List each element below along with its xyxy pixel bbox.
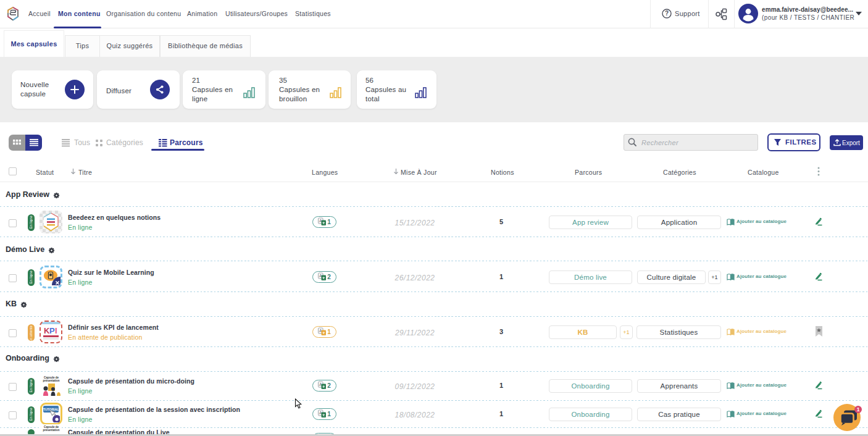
svg-text:I: I	[55, 326, 57, 335]
svg-text:TUTORIAL: TUTORIAL	[43, 408, 59, 411]
svg-text:?: ?	[665, 10, 669, 17]
svg-text:P: P	[49, 326, 55, 335]
